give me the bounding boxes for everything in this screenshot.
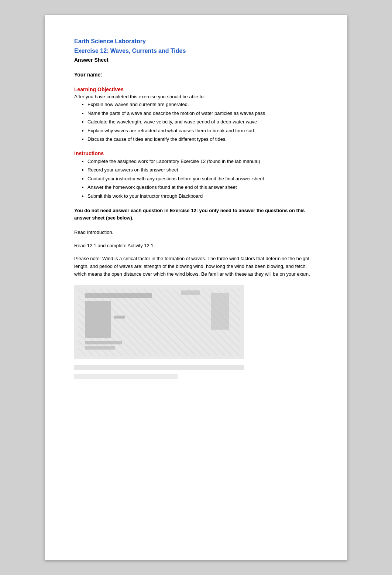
list-item: Calculate the wavelength, wave velocity,… xyxy=(87,118,318,126)
image-block-2 xyxy=(114,316,125,319)
read-line-1: Read Introduction. xyxy=(74,229,318,236)
page-container: Earth Science Laboratory Exercise 12: Wa… xyxy=(45,15,347,560)
list-item: Contact your instructor with any questio… xyxy=(87,175,318,183)
image-deco-top-right xyxy=(181,290,200,295)
instructions-section: Instructions Complete the assigned work … xyxy=(74,150,318,200)
bold-notice: You do not need answer each question in … xyxy=(74,207,318,221)
figure-caption xyxy=(74,374,178,379)
image-block-1 xyxy=(85,301,111,338)
image-deco-group xyxy=(85,301,152,338)
read-line-2: Read 12.1 and complete Activity 12.1. xyxy=(74,242,318,249)
list-item: Explain why waves are refracted and what… xyxy=(87,127,318,135)
list-item: Discuss the cause of tides and identify … xyxy=(87,136,318,143)
header-sheet: Answer Sheet xyxy=(74,57,318,63)
learning-objectives-section: Learning Objectives After you have compl… xyxy=(74,86,318,143)
header-title-line1: Earth Science Laboratory xyxy=(74,37,318,46)
figure-image xyxy=(74,285,244,359)
image-deco-1 xyxy=(85,293,152,298)
image-deco-3 xyxy=(85,346,115,350)
list-item: Explain how waves and currents are gener… xyxy=(87,101,318,108)
list-item: Name the parts of a wave and describe th… xyxy=(87,110,318,117)
header-title-line2: Exercise 12: Waves, Currents and Tides xyxy=(74,47,318,55)
learning-objectives-heading: Learning Objectives xyxy=(74,86,318,92)
sub-caption xyxy=(74,365,244,370)
note-paragraph: Please note: Wind is a critical factor i… xyxy=(74,255,318,278)
learning-objectives-intro: After you have completed this exercise y… xyxy=(74,94,318,99)
list-item: Answer the homework questions found at t… xyxy=(87,184,318,191)
your-name-label: Your name: xyxy=(74,72,318,78)
objectives-list: Explain how waves and currents are gener… xyxy=(87,101,318,143)
image-deco-2 xyxy=(85,341,122,344)
instructions-heading: Instructions xyxy=(74,150,318,156)
instructions-list: Complete the assigned work for Laborator… xyxy=(87,158,318,200)
list-item: Record your answers on this answer sheet xyxy=(87,166,318,174)
image-block-right xyxy=(211,293,229,330)
list-item: Submit this work to your instructor thro… xyxy=(87,193,318,200)
list-item: Complete the assigned work for Laborator… xyxy=(87,158,318,165)
header-section: Earth Science Laboratory Exercise 12: Wa… xyxy=(74,37,318,63)
image-shape-left xyxy=(85,293,152,350)
